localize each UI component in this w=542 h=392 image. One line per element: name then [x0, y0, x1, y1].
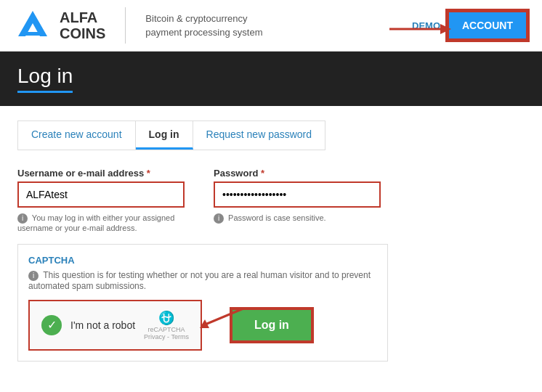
recaptcha-text: reCAPTCHA: [144, 326, 189, 333]
login-btn-area: Log in: [231, 309, 312, 342]
tab-reset[interactable]: Request new password: [193, 121, 325, 150]
captcha-hint: i This question is for testing whether o…: [28, 270, 377, 291]
svg-line-4: [203, 309, 243, 325]
page-title-bar: Log in: [0, 52, 542, 106]
username-input[interactable]: [17, 181, 185, 208]
password-required: *: [261, 168, 264, 179]
header-arrow-icon: [389, 18, 455, 40]
page-title: Log in: [17, 65, 73, 93]
username-hint: i You may log in with either your assign…: [17, 213, 185, 232]
username-group: Username or e-mail address * i You may l…: [17, 168, 185, 232]
password-label: Password *: [214, 168, 381, 179]
recaptcha-sub: Privacy - Terms: [144, 333, 189, 340]
account-button[interactable]: ACCOUNT: [448, 11, 527, 40]
recaptcha-logo-icon: ⛎: [144, 310, 189, 326]
header: ALFA COINS Bitcoin & cryptocurrency paym…: [0, 0, 542, 52]
svg-marker-3: [440, 24, 451, 34]
captcha-title: CAPTCHA: [28, 255, 377, 266]
form-row: Username or e-mail address * i You may l…: [17, 168, 525, 232]
password-group: Password * i Password is case sensitive.: [214, 168, 381, 232]
username-required: *: [147, 168, 150, 179]
recaptcha-logo: ⛎ reCAPTCHA Privacy - Terms: [144, 310, 189, 340]
header-right: DEMO ACCOUNT: [412, 11, 527, 40]
captcha-row: ✓ I'm not a robot ⛎ reCAPTCHA Privacy - …: [28, 300, 377, 351]
tab-login[interactable]: Log in: [136, 121, 193, 150]
logo-area: ALFA COINS Bitcoin & cryptocurrency paym…: [15, 7, 262, 44]
checkmark-icon: ✓: [41, 315, 62, 335]
captcha-info-icon: i: [28, 271, 39, 281]
logo-divider: [125, 7, 126, 44]
username-label: Username or e-mail address *: [17, 168, 185, 179]
login-arrow-icon: [189, 305, 247, 334]
password-hint: i Password is case sensitive.: [214, 213, 381, 224]
captcha-section: CAPTCHA i This question is for testing w…: [17, 244, 388, 362]
logo-text: ALFA COINS: [60, 9, 105, 41]
main-content: Create new account Log in Request new pa…: [0, 106, 542, 376]
logo-icon: [15, 7, 51, 44]
svg-rect-1: [22, 32, 44, 36]
recaptcha-box[interactable]: ✓ I'm not a robot ⛎ reCAPTCHA Privacy - …: [28, 300, 202, 351]
recaptcha-label: I'm not a robot: [70, 319, 135, 331]
password-input[interactable]: [214, 181, 381, 208]
tabs: Create new account Log in Request new pa…: [17, 121, 325, 150]
logo-subtitle: Bitcoin & cryptocurrency payment process…: [145, 12, 262, 40]
info-icon: i: [17, 213, 28, 224]
password-info-icon: i: [214, 213, 224, 224]
tab-create[interactable]: Create new account: [18, 121, 136, 150]
